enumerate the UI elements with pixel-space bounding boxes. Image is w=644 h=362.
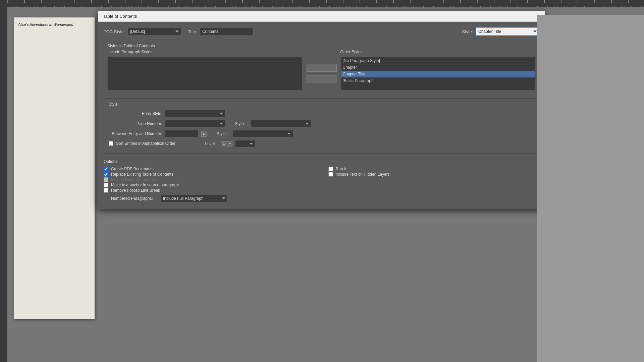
dialog-title: Table of Contents [103, 14, 137, 19]
dialog-overlay: Table of Contents TOC Style: [Default] T… [98, 7, 545, 362]
page-number-row: Page Number: Style: [109, 120, 534, 127]
add-button[interactable]: << Add [307, 64, 337, 72]
level-row: Level: ▲ ▼ [205, 140, 255, 147]
toc-style-label: TOC Style: [104, 29, 125, 34]
sort-checkbox-row: Sort Entries in Alphabetical Order [109, 141, 175, 146]
triangle-button[interactable]: ▶ [201, 131, 207, 137]
run-in-checkbox[interactable] [328, 167, 333, 171]
doc-page: Alice's Adventures In Wonderland [14, 17, 95, 319]
level-down-btn[interactable]: ▼ [227, 141, 232, 146]
dialog-body: TOC Style: [Default] Title: Style: Chapt… [98, 22, 545, 209]
add-remove-col: << Add Remove >> [306, 50, 337, 90]
title-group: Title: [188, 28, 455, 35]
style-item-chapter-title[interactable]: Chapter Title [341, 71, 535, 77]
include-para-styles-col: Include Paragraph Styles: [107, 50, 303, 90]
create-pdf-checkbox[interactable] [104, 167, 108, 171]
level-select[interactable] [235, 140, 255, 147]
entry-section-title: Style: [109, 102, 534, 107]
style-label2: Style: [235, 121, 248, 126]
include-book-docs-label: Include Book Documents [111, 177, 156, 182]
canvas-area: Alice's Adventures In Wonderland Table o… [7, 7, 644, 362]
style-label3: Style: [217, 131, 230, 136]
run-in-label: Run-in [336, 167, 347, 171]
entry-section: Style: Entry Style: Page Number: [104, 98, 539, 154]
top-row: TOC Style: [Default] Title: Style: Chapt… [104, 27, 539, 36]
style-label: Style: [462, 29, 473, 34]
include-book-docs-checkbox[interactable] [104, 177, 108, 182]
make-text-anchor-label: Make text anchor in source paragraph [111, 183, 179, 187]
page-number-right: Style: [235, 120, 311, 127]
numbered-paragraphs-row: Numbered Paragraphs: Include Full Paragr… [104, 195, 539, 202]
options-section: Options Create PDF Bookmarks Rep [104, 158, 539, 203]
options-title: Options [104, 159, 539, 164]
between-entry-input[interactable] [165, 130, 199, 137]
styles-section: Styles in Table of Contents Include Para… [104, 40, 539, 94]
level-spinner: ▲ ▼ [221, 141, 232, 146]
dialog-title-bar: Table of Contents [98, 11, 545, 22]
options-grid: Create PDF Bookmarks Replace Existing Ta… [104, 167, 539, 193]
chapter-title-select[interactable]: Chapter TitleChapter[No Paragraph Style]… [476, 27, 539, 36]
other-styles-col: Other Styles: [No Paragraph Style] Chapt… [340, 50, 536, 90]
level-up-btn[interactable]: ▲ [221, 141, 226, 146]
toc-style-group: TOC Style: [Default] [104, 28, 181, 35]
remove-button[interactable]: Remove >> [306, 75, 337, 83]
right-panel [537, 15, 644, 362]
toc-style-select[interactable]: [Default] [127, 28, 181, 35]
doc-title: Alice's Adventures In Wonderland [14, 17, 95, 32]
between-right: Style: [217, 130, 293, 137]
style-group: Style: Chapter TitleChapter[No Paragraph… [462, 27, 539, 36]
include-hidden-label: Include Text on Hidden Layers [336, 172, 390, 177]
numbered-paragraphs-select[interactable]: Include Full ParagraphExclude NumbersInc… [161, 195, 228, 202]
table-of-contents-dialog: Table of Contents TOC Style: [Default] T… [98, 11, 545, 209]
title-label: Title: [188, 29, 197, 34]
sort-label: Sort Entries in Alphabetical Order [116, 141, 175, 146]
style-select2[interactable] [251, 120, 311, 127]
make-text-anchor-row: Make text anchor in source paragraph [104, 183, 315, 187]
entry-style-label: Entry Style: [109, 111, 162, 116]
style-item-basic-para[interactable]: [Basic Paragraph] [341, 77, 535, 84]
page-number-label: Page Number: [109, 121, 162, 126]
style-item-chapter[interactable]: Chapter [341, 64, 535, 71]
entry-style-row: Entry Style: [109, 110, 534, 117]
options-left: Create PDF Bookmarks Replace Existing Ta… [104, 167, 315, 193]
options-right: Run-in Include Text on Hidden Layers [328, 167, 540, 193]
make-text-anchor-checkbox[interactable] [104, 183, 108, 187]
remove-forced-row: Remove Forced Line Break [104, 188, 315, 193]
other-styles-label: Other Styles: [340, 50, 536, 54]
ruler-ticks [7, 0, 644, 7]
run-in-row: Run-in [328, 167, 540, 171]
include-para-styles-list[interactable] [107, 57, 303, 90]
entry-style-select[interactable] [165, 110, 225, 117]
ruler-side [0, 7, 7, 362]
style-item-no-para[interactable]: [No Paragraph Style] [341, 57, 535, 64]
style-select3[interactable] [233, 130, 293, 137]
include-para-styles-label: Include Paragraph Styles: [107, 50, 303, 54]
other-styles-list[interactable]: [No Paragraph Style] Chapter Chapter Tit… [340, 57, 536, 90]
sort-level-row: Sort Entries in Alphabetical Order Level… [109, 140, 534, 147]
replace-existing-label: Replace Existing Table of Contents [111, 172, 173, 177]
title-input[interactable] [200, 28, 254, 35]
sort-checkbox[interactable] [109, 141, 113, 146]
page-number-select[interactable] [165, 120, 225, 127]
remove-forced-label: Remove Forced Line Break [111, 188, 160, 193]
styles-section-header: Styles in Table of Contents [107, 44, 536, 48]
include-hidden-row: Include Text on Hidden Layers [328, 172, 540, 177]
between-entry-label: Between Entry and Number: [109, 131, 162, 136]
between-entry-row: Between Entry and Number: ▶ Style: [109, 130, 534, 137]
replace-existing-row: Replace Existing Table of Contents [104, 172, 315, 177]
include-book-docs-row: Include Book Documents [104, 177, 315, 182]
replace-existing-checkbox[interactable] [104, 172, 108, 177]
level-label: Level: [205, 141, 218, 146]
include-hidden-checkbox[interactable] [328, 172, 333, 177]
create-pdf-label: Create PDF Bookmarks [111, 167, 154, 171]
ruler-top [0, 0, 644, 7]
remove-forced-checkbox[interactable] [104, 188, 108, 193]
styles-row: Include Paragraph Styles: << Add Remove … [107, 50, 536, 90]
create-pdf-row: Create PDF Bookmarks [104, 167, 315, 171]
numbered-paragraphs-label: Numbered Paragraphs: [111, 196, 158, 201]
